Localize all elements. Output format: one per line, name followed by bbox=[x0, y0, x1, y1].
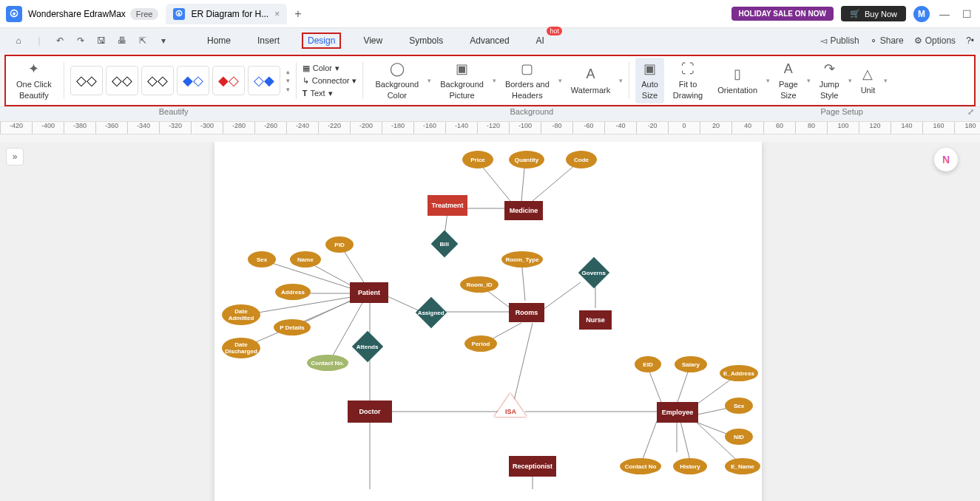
app-name: Wondershare EdrawMax bbox=[28, 9, 126, 19]
home-icon[interactable]: ⌂ bbox=[12, 35, 25, 46]
theme-preset-4[interactable]: ◆◇ bbox=[177, 66, 209, 95]
attr-history[interactable]: History bbox=[673, 458, 707, 474]
print-icon[interactable]: 🖶 bbox=[115, 35, 129, 46]
orientation-button[interactable]: ▯Orientation bbox=[712, 63, 763, 98]
menu-insert[interactable]: Insert bbox=[253, 33, 284, 49]
page-size-button[interactable]: APage Size bbox=[773, 58, 804, 103]
entity-medicine[interactable]: Medicine bbox=[504, 201, 543, 220]
theme-preset-1[interactable]: ◇◇ bbox=[70, 66, 103, 95]
redo-icon[interactable]: ↷ bbox=[74, 35, 87, 46]
attr-sex[interactable]: Sex bbox=[248, 251, 276, 267]
attr-price[interactable]: Price bbox=[462, 151, 493, 168]
attr-room-type[interactable]: Room_Type bbox=[501, 251, 543, 267]
hot-badge: hot bbox=[547, 27, 562, 35]
unit-button[interactable]: △Unit bbox=[855, 63, 882, 98]
user-avatar[interactable]: M bbox=[913, 6, 930, 22]
jump-style-button[interactable]: ↷Jump Style bbox=[814, 58, 845, 103]
attr-pid[interactable]: PID bbox=[325, 236, 354, 253]
menu-design[interactable]: Design bbox=[302, 33, 341, 49]
sale-banner[interactable]: HOLIDAY SALE ON NOW bbox=[731, 7, 834, 21]
jump-dropdown-icon[interactable]: ▾ bbox=[848, 77, 852, 84]
unit-dropdown-icon[interactable]: ▾ bbox=[884, 77, 888, 84]
entity-nurse[interactable]: Nurse bbox=[579, 310, 612, 330]
text-menu[interactable]: T Text ▾ bbox=[303, 89, 357, 98]
color-menu[interactable]: ▦ Color ▾ bbox=[303, 64, 357, 73]
menu-ai[interactable]: AIhot bbox=[532, 33, 549, 49]
rel-attends[interactable]: Attends bbox=[352, 331, 383, 362]
theme-preset-6[interactable]: ◇◆ bbox=[248, 66, 280, 95]
menu-view[interactable]: View bbox=[359, 33, 387, 49]
theme-up-icon[interactable]: ▴ bbox=[286, 68, 290, 75]
background-color-button[interactable]: ◯Background Color bbox=[369, 58, 425, 103]
attr-date-admitted[interactable]: Date Admitted bbox=[222, 304, 260, 325]
picture-icon: ▣ bbox=[456, 61, 468, 78]
attr-period[interactable]: Period bbox=[464, 335, 497, 352]
export-icon[interactable]: ⇱ bbox=[136, 35, 149, 46]
save-icon[interactable]: 🖫 bbox=[95, 35, 108, 46]
attr-e-contact[interactable]: Contact No bbox=[620, 458, 661, 474]
canvas-page[interactable]: Price Quantity Code Treatment Medicine B… bbox=[214, 142, 762, 501]
document-tab[interactable]: ⦿ ER Diagram for H... × bbox=[166, 4, 287, 24]
fit-to-drawing-button[interactable]: ⛶Fit to Drawing bbox=[667, 58, 709, 103]
pagesize-dropdown-icon[interactable]: ▾ bbox=[807, 77, 811, 84]
expand-icon[interactable]: ⤢ bbox=[967, 107, 980, 121]
menu-symbols[interactable]: Symbols bbox=[405, 33, 447, 49]
theme-more-icon[interactable]: ▾ bbox=[286, 86, 290, 93]
theme-preset-5[interactable]: ◆◇ bbox=[212, 66, 245, 95]
bg-pic-dropdown-icon[interactable]: ▾ bbox=[493, 77, 496, 84]
one-click-beautify-button[interactable]: ✦One Click Beautify bbox=[10, 58, 58, 103]
entity-employee[interactable]: Employee bbox=[657, 402, 698, 423]
entity-rooms[interactable]: Rooms bbox=[509, 303, 544, 322]
theme-down-icon[interactable]: ▾ bbox=[286, 77, 290, 84]
auto-size-button[interactable]: ▣Auto Size bbox=[635, 58, 664, 103]
attr-contact-no[interactable]: Contact No. bbox=[307, 355, 348, 371]
attr-room-id[interactable]: Room_ID bbox=[460, 276, 499, 293]
entity-treatment[interactable]: Treatment bbox=[428, 195, 467, 216]
entity-receptionist[interactable]: Receptionist bbox=[509, 456, 556, 477]
attr-address[interactable]: Address bbox=[275, 284, 311, 300]
theme-preset-3[interactable]: ◇◇ bbox=[141, 66, 174, 95]
background-picture-button[interactable]: ▣Background Picture bbox=[434, 58, 490, 103]
attr-salary[interactable]: Salary bbox=[675, 356, 707, 372]
attr-e-name[interactable]: E_Name bbox=[725, 458, 760, 474]
rel-governs[interactable]: Governs bbox=[578, 257, 609, 288]
attr-eid[interactable]: EID bbox=[635, 356, 661, 372]
orient-dropdown-icon[interactable]: ▾ bbox=[766, 77, 770, 84]
pagesize-icon: A bbox=[784, 61, 793, 78]
borders-dropdown-icon[interactable]: ▾ bbox=[558, 77, 562, 84]
undo-icon[interactable]: ↶ bbox=[53, 35, 67, 46]
close-tab-icon[interactable]: × bbox=[274, 9, 280, 19]
menu-advanced[interactable]: Advanced bbox=[465, 33, 513, 49]
rel-assigned[interactable]: Assigned bbox=[416, 297, 447, 328]
attr-date-discharged[interactable]: Date Discharged bbox=[222, 338, 260, 358]
attr-name[interactable]: Name bbox=[290, 251, 321, 267]
watermark-dropdown-icon[interactable]: ▾ bbox=[619, 77, 623, 84]
attr-e-address[interactable]: E_Address bbox=[720, 365, 758, 381]
minimize-button[interactable]: — bbox=[937, 8, 952, 20]
attr-p-details[interactable]: P Details bbox=[274, 319, 311, 335]
attr-e-sex[interactable]: Sex bbox=[725, 398, 753, 414]
watermark-button[interactable]: AWatermark bbox=[565, 63, 616, 98]
options-button[interactable]: ⚙ Options bbox=[914, 35, 956, 46]
help-icon[interactable]: ?• bbox=[966, 35, 974, 46]
doc-icon: ⦿ bbox=[173, 8, 185, 20]
bg-color-dropdown-icon[interactable]: ▾ bbox=[428, 77, 431, 84]
ai-assistant-button[interactable]: N bbox=[934, 148, 958, 171]
attr-code[interactable]: Code bbox=[566, 151, 597, 168]
new-tab-button[interactable]: + bbox=[294, 7, 301, 21]
entity-doctor[interactable]: Doctor bbox=[348, 401, 392, 423]
attr-nid[interactable]: NID bbox=[725, 429, 753, 445]
rel-bill[interactable]: Bill bbox=[431, 231, 459, 258]
share-button[interactable]: ⚬ Share bbox=[870, 35, 904, 46]
attr-quantity[interactable]: Quantity bbox=[509, 151, 544, 168]
borders-headers-button[interactable]: ▢Borders and Headers bbox=[499, 58, 555, 103]
theme-preset-2[interactable]: ◇◇ bbox=[106, 66, 138, 95]
entity-patient[interactable]: Patient bbox=[350, 282, 388, 303]
panel-toggle-button[interactable]: » bbox=[6, 148, 24, 166]
publish-button[interactable]: ◅ Publish bbox=[820, 35, 859, 46]
qat-more-icon[interactable]: ▾ bbox=[157, 35, 170, 46]
maximize-button[interactable]: ☐ bbox=[959, 8, 974, 20]
connector-menu[interactable]: ↳ Connector ▾ bbox=[303, 76, 357, 86]
buy-now-button[interactable]: 🛒Buy Now bbox=[841, 6, 906, 21]
menu-home[interactable]: Home bbox=[203, 33, 235, 49]
